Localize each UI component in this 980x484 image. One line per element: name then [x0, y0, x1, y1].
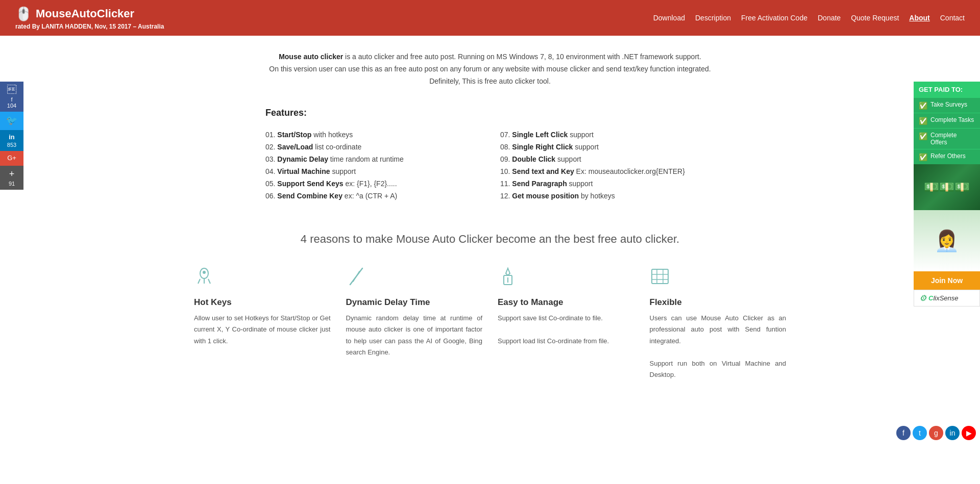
nav-donate[interactable]: Donate: [818, 14, 841, 22]
check-icon-surveys: ✅: [919, 101, 927, 110]
nav-contact[interactable]: Contact: [940, 14, 965, 22]
social-twitter[interactable]: 🐦: [0, 112, 23, 130]
feature-num-6: 06.: [265, 192, 277, 200]
features-grid: 01. Start/Stop with hotkeys 02. Save/Loa…: [265, 129, 715, 202]
intro-text1: is a auto clicker and free auto post. Ru…: [343, 53, 701, 61]
social-plus[interactable]: + 91: [0, 166, 23, 190]
facebook-label: f: [11, 96, 12, 103]
reason-card-hotkeys: Hot Keys Allow user to set Hotkeys for S…: [194, 266, 331, 380]
feature-num-5: 05.: [265, 180, 277, 188]
manage-title: Easy to Manage: [498, 297, 634, 308]
right-sidebar: GET PAID TO: ✅ Take Surveys ✅ Complete T…: [914, 82, 980, 307]
feature-rest-10: Ex: mouseautoclicker.org{ENTER}: [574, 167, 685, 175]
feature-item-6: 06. Send Combine Key ex: ^a (CTR + A): [265, 190, 480, 202]
paid-item-label-surveys: Take Surveys: [930, 101, 967, 108]
paid-item-label-refer: Refer Others: [930, 152, 966, 160]
feature-num-4: 04.: [265, 167, 277, 175]
feature-item-2: 02. Save/Load list co-ordinate: [265, 141, 480, 153]
feature-bold-12: Get mouse position: [512, 192, 579, 200]
manage-icon: [498, 266, 634, 291]
svg-line-2: [208, 279, 210, 284]
reason-card-manage: Easy to Manage Support save list Co-ordi…: [498, 266, 634, 380]
feature-bold-4: Virtual Machine: [277, 167, 330, 175]
linkedin-count: 853: [7, 142, 16, 148]
flexible-desc: Users can use Mouse Auto Clicker as an p…: [650, 313, 787, 380]
facebook-count: 104: [7, 103, 16, 109]
social-googleplus[interactable]: G+: [0, 151, 23, 166]
social-sidebar-left:  f 104 🐦 in 853 G+ + 91: [0, 82, 23, 190]
feature-num-1: 01.: [265, 131, 277, 139]
features-left-col: 01. Start/Stop with hotkeys 02. Save/Loa…: [265, 129, 480, 202]
feature-num-3: 03.: [265, 155, 277, 163]
nav-download[interactable]: Download: [653, 14, 685, 22]
logo-icon: 🖱️: [15, 6, 32, 22]
money-icon: 💵💵💵: [924, 180, 970, 194]
feature-rest-7: support: [568, 131, 594, 139]
main-content: Mouse auto clicker is a auto clicker and…: [133, 36, 847, 396]
reason-card-flexible: Flexible Users can use Mouse Auto Clicke…: [650, 266, 787, 380]
linkedin-icon: in: [9, 133, 15, 141]
header-sub: rated By LANITA HADDEN, Nov, 15 2017 – A…: [15, 23, 164, 30]
feature-bold-10: Send text and Key: [512, 167, 574, 175]
clix-label: ClixSense: [928, 294, 959, 302]
nav-about[interactable]: About: [909, 14, 929, 22]
social-facebook[interactable]:  f 104: [0, 82, 23, 112]
feature-item-8: 08. Single Right Click support: [500, 141, 715, 153]
feature-rest-5: ex: {F1}, {F2}.....: [344, 180, 397, 188]
intro-highlight: Mouse auto clicker: [279, 53, 343, 61]
delay-desc: Dynamic random delay time at runtime of …: [346, 313, 483, 358]
get-paid-item-refer: ✅ Refer Others: [914, 149, 980, 164]
reasons-title: 4 reasons to make Mouse Auto Clicker bec…: [194, 233, 786, 246]
paid-item-label-offers: Complete Offers: [930, 132, 975, 146]
feature-item-12: 12. Get mouse position by hotkeys: [500, 190, 715, 202]
feature-bold-3: Dynamic Delay: [277, 155, 328, 163]
rated-by-author: LANITA HADDEN, Nov, 15 2017 – Australia: [41, 23, 164, 30]
header: 🖱️ MouseAutoClicker rated By LANITA HADD…: [0, 0, 980, 36]
features-section: Features: 01. Start/Stop with hotkeys 02…: [163, 103, 817, 217]
feature-item-10: 10. Send text and Key Ex: mouseautoclick…: [500, 165, 715, 177]
social-linkedin[interactable]: in 853: [0, 130, 23, 151]
feature-num-11: 11.: [500, 180, 512, 188]
flexible-title: Flexible: [650, 297, 787, 308]
feature-bold-2: Save/Load: [277, 143, 313, 151]
hotkeys-title: Hot Keys: [194, 297, 331, 308]
check-icon-offers: ✅: [919, 132, 927, 140]
feature-rest-6: ex: ^a (CTR + A): [342, 192, 397, 200]
feature-bold-1: Start/Stop: [277, 131, 311, 139]
feature-rest-9: support: [555, 155, 581, 163]
intro-line2: On this version user can use this as an …: [265, 63, 715, 88]
woman-banner: 👩‍💼: [914, 210, 980, 271]
delay-icon: [346, 266, 483, 291]
feature-item-1: 01. Start/Stop with hotkeys: [265, 129, 480, 141]
logo-link[interactable]: 🖱️ MouseAutoClicker: [15, 6, 164, 22]
delay-title: Dynamic Delay Time: [346, 297, 483, 308]
feature-num-8: 08.: [500, 143, 512, 151]
nav-free-activation[interactable]: Free Activation Code: [741, 14, 807, 22]
feature-num-9: 09.: [500, 155, 512, 163]
twitter-icon: 🐦: [6, 115, 17, 126]
feature-num-2: 02.: [265, 143, 277, 151]
main-nav: Download Description Free Activation Cod…: [653, 14, 965, 22]
reasons-grid: Hot Keys Allow user to set Hotkeys for S…: [194, 266, 786, 380]
svg-point-4: [203, 271, 206, 274]
hotkeys-icon: [194, 266, 331, 291]
feature-rest-1: with hotkeys: [311, 131, 353, 139]
feature-item-11: 11. Send Paragraph support: [500, 177, 715, 190]
money-banner: 💵💵💵: [914, 164, 980, 210]
reason-card-delay: Dynamic Delay Time Dynamic random delay …: [346, 266, 483, 380]
feature-item-4: 04. Virtual Machine support: [265, 165, 480, 177]
feature-num-12: 12.: [500, 192, 512, 200]
intro-line1: Mouse auto clicker is a auto clicker and…: [265, 51, 715, 63]
nav-quote[interactable]: Quote Request: [851, 14, 899, 22]
feature-rest-12: by hotkeys: [579, 192, 615, 200]
join-now-button[interactable]: Join Now: [914, 271, 980, 290]
nav-description[interactable]: Description: [695, 14, 731, 22]
intro-section: Mouse auto clicker is a auto clicker and…: [163, 36, 817, 103]
feature-bold-6: Send Combine Key: [277, 192, 342, 200]
get-paid-item-tasks: ✅ Complete Tasks: [914, 113, 980, 128]
feature-rest-4: support: [330, 167, 356, 175]
feature-num-7: 07.: [500, 131, 512, 139]
paid-item-label-tasks: Complete Tasks: [930, 116, 974, 123]
feature-rest-2: list co-ordinate: [313, 143, 361, 151]
feature-bold-8: Single Right Click: [512, 143, 573, 151]
